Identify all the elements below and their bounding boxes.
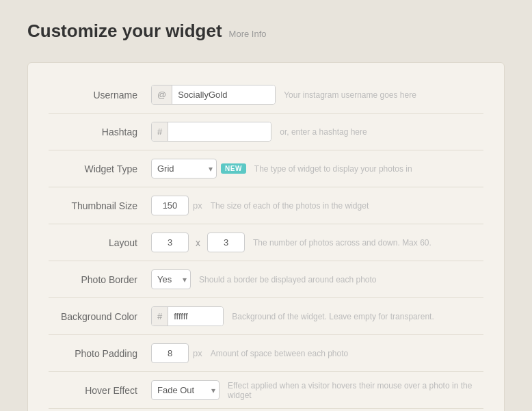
photo-padding-input[interactable] <box>151 343 189 363</box>
layout-label: Layout <box>49 237 151 248</box>
photo-padding-control: px Amount of space between each photo <box>151 343 483 363</box>
background-color-input-wrapper: # <box>151 306 224 326</box>
hover-effect-select[interactable]: Fade Out None Zoom In <box>151 380 220 400</box>
photo-border-row: Photo Border Yes No ▾ Should a border be… <box>49 261 483 298</box>
photo-padding-hint: Amount of space between each photo <box>211 349 348 358</box>
background-color-label: Background Color <box>49 311 151 322</box>
layout-hint: The number of photos across and down. Ma… <box>253 238 431 248</box>
photo-border-label: Photo Border <box>49 274 151 285</box>
username-control: @ Your instagram username goes here <box>151 85 483 105</box>
photo-border-select-wrapper: Yes No ▾ <box>151 269 191 289</box>
background-color-row: Background Color # Background of the wid… <box>49 298 483 335</box>
layout-row: Layout x The number of photos across and… <box>49 224 483 261</box>
thumbnail-size-hint: The size of each of the photos in the wi… <box>211 201 369 211</box>
layout-control: x The number of photos across and down. … <box>151 233 483 252</box>
more-info-link[interactable]: More Info <box>229 29 267 39</box>
layout-x-input[interactable] <box>151 233 189 252</box>
layout-y-input[interactable] <box>207 233 245 252</box>
new-badge: NEW <box>221 163 246 174</box>
widget-type-select[interactable]: Grid Slideshow List <box>151 159 217 178</box>
hashtag-input[interactable] <box>168 122 271 141</box>
thumbnail-size-input[interactable] <box>151 196 189 215</box>
page-header: Customize your widget More Info <box>27 21 505 42</box>
widget-type-control: Grid Slideshow List ▾ NEW The type of wi… <box>151 159 483 178</box>
background-color-input[interactable] <box>168 307 223 326</box>
username-input-wrapper: @ <box>151 85 276 105</box>
thumbnail-size-row: Thumbnail Size px The size of each of th… <box>49 187 483 224</box>
username-hint: Your instagram username goes here <box>284 90 416 100</box>
hover-effect-label: Hover Effect <box>49 385 151 396</box>
hover-effect-row: Hover Effect Fade Out None Zoom In ▾ Eff… <box>49 372 483 409</box>
page-title: Customize your widget <box>27 21 222 42</box>
thumbnail-size-label: Thumbnail Size <box>49 200 151 211</box>
photo-padding-label: Photo Padding <box>49 348 151 359</box>
widget-type-row: Widget Type Grid Slideshow List ▾ NEW Th… <box>49 150 483 187</box>
widget-type-hint: The type of widget to display your photo… <box>254 164 412 174</box>
hover-effect-select-wrapper: Fade Out None Zoom In ▾ <box>151 380 220 400</box>
thumbnail-size-control: px The size of each of the photos in the… <box>151 196 483 215</box>
widget-form: Username @ Your instagram username goes … <box>27 62 505 411</box>
hashtag-hint: or, enter a hashtag here <box>280 127 367 137</box>
hashtag-control: # or, enter a hashtag here <box>151 122 483 142</box>
photo-padding-unit: px <box>193 348 202 358</box>
photo-border-select[interactable]: Yes No <box>151 269 191 289</box>
layout-separator: x <box>196 237 200 248</box>
thumbnail-size-unit: px <box>193 200 202 211</box>
widget-type-select-wrapper: Grid Slideshow List ▾ <box>151 159 217 178</box>
photo-padding-row: Photo Padding px Amount of space between… <box>49 335 483 372</box>
hashtag-label: Hashtag <box>49 127 151 137</box>
hover-effect-hint: Effect applied when a visitor hovers the… <box>228 381 483 400</box>
username-label: Username <box>49 90 151 101</box>
username-input[interactable] <box>172 85 275 104</box>
photo-border-control: Yes No ▾ Should a border be displayed ar… <box>151 269 483 289</box>
photo-border-hint: Should a border be displayed around each… <box>199 275 377 284</box>
widget-type-label: Widget Type <box>49 163 151 174</box>
background-color-prefix: # <box>152 307 168 326</box>
username-row: Username @ Your instagram username goes … <box>49 77 483 114</box>
background-color-control: # Background of the widget. Leave empty … <box>151 306 483 326</box>
hashtag-input-wrapper: # <box>151 122 271 142</box>
username-prefix: @ <box>152 85 172 104</box>
background-color-hint: Background of the widget. Leave empty fo… <box>232 312 434 321</box>
hashtag-row: Hashtag # or, enter a hashtag here <box>49 114 483 150</box>
hashtag-prefix: # <box>152 122 168 141</box>
hover-effect-control: Fade Out None Zoom In ▾ Effect applied w… <box>151 380 483 400</box>
